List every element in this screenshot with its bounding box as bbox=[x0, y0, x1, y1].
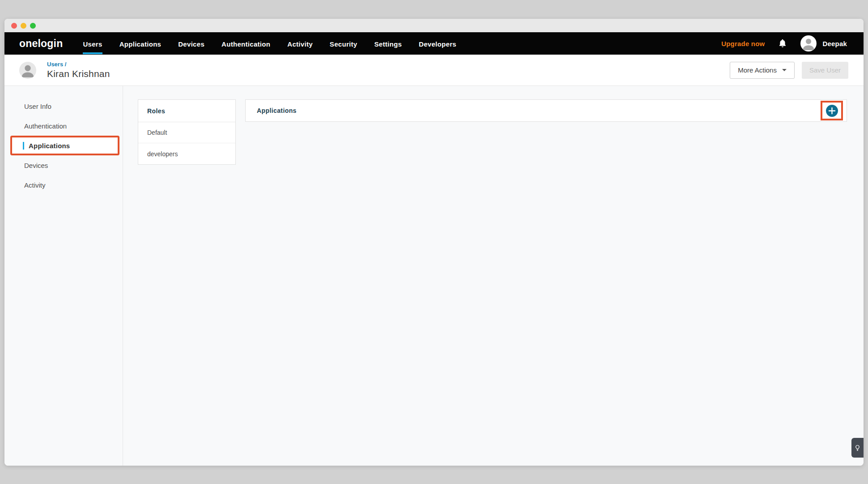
account-menu[interactable]: Deepak bbox=[800, 35, 847, 51]
app-window: onelogin Users Applications Devices Auth… bbox=[4, 19, 864, 466]
page-header-actions: More Actions Save User bbox=[730, 62, 848, 79]
breadcrumb[interactable]: Users / bbox=[47, 61, 110, 68]
nav-item-developers[interactable]: Developers bbox=[410, 32, 465, 55]
annotation-highlight-box bbox=[821, 101, 843, 120]
roles-panel-title: Roles bbox=[138, 100, 235, 122]
role-row-developers[interactable]: developers bbox=[138, 143, 235, 164]
plus-icon bbox=[826, 105, 838, 117]
page-header: Users / Kiran Krishnan More Actions Save… bbox=[4, 55, 864, 86]
nav-item-settings[interactable]: Settings bbox=[366, 32, 410, 55]
content-area: User Info Authentication Applications De… bbox=[4, 86, 864, 466]
profile-avatar bbox=[19, 62, 36, 79]
top-navbar: onelogin Users Applications Devices Auth… bbox=[4, 32, 864, 55]
minimize-window-icon[interactable] bbox=[21, 23, 26, 29]
maximize-window-icon[interactable] bbox=[30, 23, 36, 29]
applications-panel-title: Applications bbox=[257, 107, 297, 114]
chevron-down-icon bbox=[782, 69, 787, 71]
user-avatar bbox=[800, 35, 817, 51]
lightbulb-icon bbox=[854, 444, 861, 452]
save-user-button[interactable]: Save User bbox=[802, 62, 848, 79]
page-title: Kiran Krishnan bbox=[47, 69, 110, 79]
roles-panel: Roles Default developers bbox=[138, 99, 236, 165]
window-titlebar bbox=[4, 19, 864, 32]
nav-item-authentication[interactable]: Authentication bbox=[213, 32, 279, 55]
sidebar-item-user-info[interactable]: User Info bbox=[4, 96, 123, 116]
close-window-icon[interactable] bbox=[11, 23, 17, 29]
upgrade-now-link[interactable]: Upgrade now bbox=[721, 40, 765, 47]
more-actions-button[interactable]: More Actions bbox=[730, 62, 795, 79]
sidebar-item-devices[interactable]: Devices bbox=[4, 155, 123, 175]
add-application-button[interactable] bbox=[826, 105, 838, 117]
help-hints-tab[interactable] bbox=[851, 438, 864, 458]
sidebar-item-authentication[interactable]: Authentication bbox=[4, 116, 123, 136]
applications-panel: Applications bbox=[245, 99, 847, 122]
nav-item-devices[interactable]: Devices bbox=[170, 32, 213, 55]
main-nav: Users Applications Devices Authenticatio… bbox=[74, 32, 464, 55]
nav-item-users[interactable]: Users bbox=[74, 32, 111, 55]
account-name: Deepak bbox=[822, 40, 847, 47]
nav-item-security[interactable]: Security bbox=[321, 32, 366, 55]
nav-item-activity[interactable]: Activity bbox=[279, 32, 321, 55]
user-sidebar: User Info Authentication Applications De… bbox=[4, 86, 123, 466]
role-row-default[interactable]: Default bbox=[138, 122, 235, 143]
sidebar-item-activity[interactable]: Activity bbox=[4, 175, 123, 195]
sidebar-item-applications[interactable]: Applications bbox=[10, 136, 119, 155]
navbar-right: Upgrade now Deepak bbox=[721, 35, 847, 51]
active-indicator-bar bbox=[23, 142, 24, 150]
notifications-bell-icon[interactable] bbox=[778, 39, 787, 48]
nav-item-applications[interactable]: Applications bbox=[111, 32, 170, 55]
onelogin-logo[interactable]: onelogin bbox=[19, 38, 63, 50]
page-header-text: Users / Kiran Krishnan bbox=[47, 61, 110, 79]
main-panel: Roles Default developers Applications bbox=[123, 86, 864, 466]
